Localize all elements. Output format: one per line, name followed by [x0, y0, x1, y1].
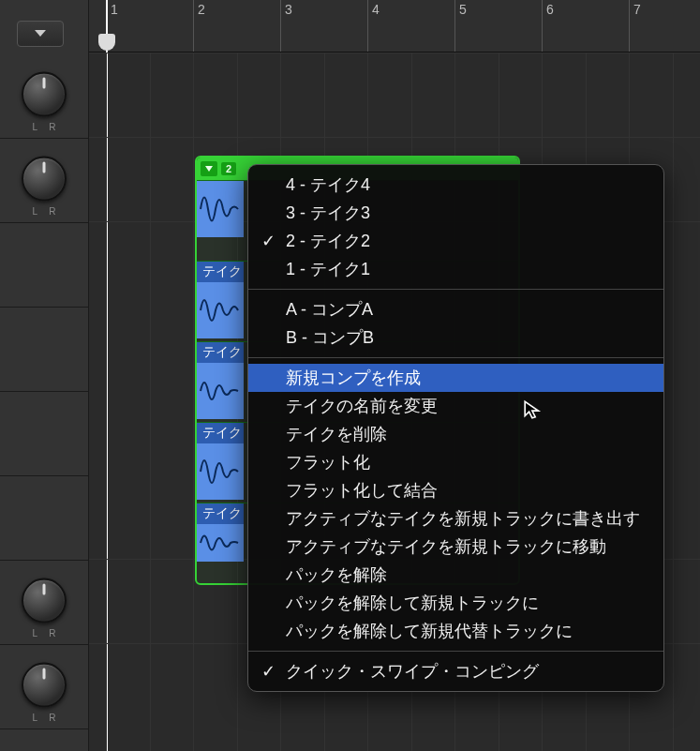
view-dropdown-button[interactable]	[17, 21, 64, 47]
track-header[interactable]: LR	[0, 54, 88, 139]
track-header[interactable]: LR	[0, 139, 88, 223]
ruler-tick: 5	[454, 0, 467, 52]
ruler-tick: 2	[193, 0, 205, 52]
take-lane-label: テイク	[197, 423, 244, 443]
menu-item-label: テイクの名前を変更	[286, 395, 438, 417]
track-header	[0, 476, 88, 561]
pan-knob[interactable]	[22, 662, 67, 707]
menu-item-take[interactable]: 3 - テイク3	[248, 199, 663, 227]
disclosure-triangle[interactable]	[201, 161, 217, 176]
menu-separator	[248, 289, 663, 290]
menu-item-quick-swipe-comping[interactable]: ✓ クイック・スワイプ・コンピング	[248, 657, 663, 685]
menu-item-take[interactable]: ✓ 2 - テイク2	[248, 227, 663, 255]
menu-separator	[248, 357, 663, 358]
checkmark-icon: ✓	[261, 661, 276, 682]
menu-item-unpack[interactable]: パックを解除	[248, 561, 663, 589]
menu-item-label: アクティブなテイクを新規トラックに書き出す	[286, 507, 640, 530]
menu-item-label: クイック・スワイプ・コンピング	[286, 660, 539, 683]
track-header[interactable]: LR	[0, 561, 88, 645]
menu-item-label: B - コンプB	[286, 326, 374, 349]
menu-item-flatten-merge[interactable]: フラット化して結合	[248, 476, 663, 504]
pan-knob[interactable]	[22, 71, 67, 116]
menu-item-unpack-alt-tracks[interactable]: パックを解除して新規代替トラックに	[248, 617, 663, 645]
menu-item-label: アクティブなテイクを新規トラックに移動	[286, 535, 606, 558]
playhead-handle[interactable]	[98, 34, 115, 51]
menu-item-label: フラット化して結合	[286, 479, 438, 502]
menu-item-take[interactable]: 1 - テイク1	[248, 255, 663, 283]
menu-item-take[interactable]: 4 - テイク4	[248, 171, 663, 199]
waveform	[197, 181, 244, 237]
menu-item-delete-take[interactable]: テイクを削除	[248, 420, 663, 448]
menu-item-label: パックを解除して新規トラックに	[286, 592, 539, 614]
waveform	[197, 282, 244, 338]
ruler[interactable]: 1 2 3 4 5 6 7	[89, 0, 700, 53]
pan-label: LR	[0, 628, 88, 638]
pan-label: LR	[0, 206, 88, 217]
pan-label: LR	[0, 713, 88, 723]
menu-item-label: A - コンプA	[286, 298, 373, 321]
take-folder-context-menu: 4 - テイク4 3 - テイク3 ✓ 2 - テイク2 1 - テイク1 A …	[247, 164, 664, 692]
menu-item-label: パックを解除して新規代替トラックに	[286, 620, 573, 642]
checkmark-icon: ✓	[261, 231, 276, 251]
track-header[interactable]: LR	[0, 645, 88, 729]
ruler-tick: 3	[280, 0, 292, 52]
menu-item-label: フラット化	[286, 451, 370, 473]
menu-separator	[248, 651, 663, 652]
menu-item-comp[interactable]: B - コンプB	[248, 323, 663, 352]
ruler-tick: 4	[367, 0, 380, 52]
waveform	[197, 363, 244, 419]
pan-knob[interactable]	[22, 578, 67, 623]
take-lane-label: テイク	[197, 262, 244, 282]
take-lane-label: テイク	[197, 503, 244, 524]
menu-item-label: テイクを削除	[286, 423, 387, 445]
pan-knob[interactable]	[22, 156, 67, 201]
menu-item-label: 3 - テイク3	[286, 202, 370, 224]
ruler-tick: 7	[629, 0, 641, 52]
waveform	[197, 524, 244, 562]
track-header-column: LR LR LR LR	[0, 0, 89, 751]
take-lane-label: テイク	[197, 342, 244, 363]
menu-item-new-comp[interactable]: 新規コンプを作成	[248, 364, 663, 392]
menu-item-unpack-new-tracks[interactable]: パックを解除して新規トラックに	[248, 589, 663, 617]
menu-item-label: パックを解除	[286, 563, 387, 586]
waveform	[197, 443, 244, 500]
menu-item-label: 新規コンプを作成	[286, 367, 421, 389]
take-number-badge[interactable]: 2	[221, 162, 236, 175]
menu-item-comp[interactable]: A - コンプA	[248, 295, 663, 323]
menu-item-move-active-take[interactable]: アクティブなテイクを新規トラックに移動	[248, 533, 663, 561]
menu-item-rename-take[interactable]: テイクの名前を変更	[248, 392, 663, 420]
track-header	[0, 223, 88, 308]
track-header	[0, 392, 88, 476]
menu-item-flatten[interactable]: フラット化	[248, 448, 663, 476]
menu-item-label: 4 - テイク4	[286, 173, 370, 196]
menu-item-label: 1 - テイク1	[286, 258, 370, 280]
track-header	[0, 308, 88, 392]
menu-item-label: 2 - テイク2	[286, 230, 370, 252]
chevron-down-icon	[34, 29, 47, 38]
pan-label: LR	[0, 122, 88, 132]
ruler-tick: 6	[542, 0, 554, 52]
menu-item-export-active-take[interactable]: アクティブなテイクを新規トラックに書き出す	[248, 504, 663, 533]
